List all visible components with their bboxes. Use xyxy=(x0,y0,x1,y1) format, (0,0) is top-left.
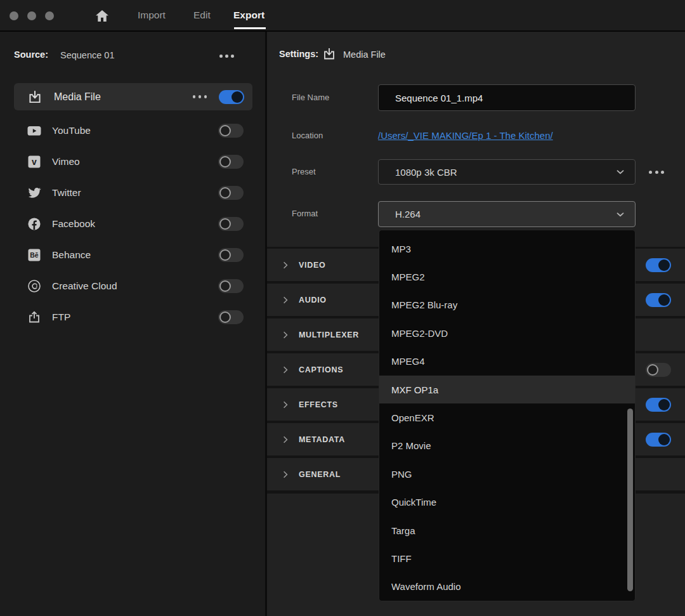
creative-cloud-toggle[interactable] xyxy=(218,279,244,293)
format-option[interactable]: OpenEXR xyxy=(379,403,635,431)
format-option[interactable]: MPEG2-DVD xyxy=(379,319,635,347)
window-minimize-button[interactable] xyxy=(27,11,36,20)
format-option[interactable]: MPEG2 xyxy=(379,263,635,291)
format-option[interactable]: PNG xyxy=(379,460,635,488)
youtube-icon xyxy=(27,123,42,138)
twitter-toggle[interactable] xyxy=(218,186,244,200)
format-option[interactable]: MXF OP1a xyxy=(379,376,635,403)
destination-vimeo[interactable]: v Vimeo xyxy=(0,146,265,177)
vimeo-icon: v xyxy=(27,154,42,169)
format-option[interactable]: QuickTime xyxy=(379,488,635,516)
download-icon xyxy=(27,89,43,105)
behance-toggle[interactable] xyxy=(218,248,244,262)
destination-youtube[interactable]: YouTube xyxy=(0,115,265,146)
section-label: EFFECTS xyxy=(299,400,338,409)
location-link[interactable]: /Users/_VIE MAKING/Ep 1 - The Kitchen/ xyxy=(378,130,553,141)
preset-label: Preset xyxy=(292,167,316,176)
settings-destination-name: Media File xyxy=(343,49,386,60)
svg-text:v: v xyxy=(32,157,37,167)
captions-toggle[interactable] xyxy=(646,363,671,377)
section-label: AUDIO xyxy=(299,296,327,305)
destination-label: Facebook xyxy=(52,218,95,230)
preset-select[interactable]: 1080p 3k CBR xyxy=(378,159,636,185)
effects-toggle[interactable] xyxy=(646,398,671,412)
section-label: MULTIPLEXER xyxy=(299,331,359,339)
destination-media-file[interactable]: Media File xyxy=(14,83,252,110)
section-label: GENERAL xyxy=(299,470,341,479)
tab-export[interactable]: Export xyxy=(233,10,264,21)
destination-label: Vimeo xyxy=(52,156,80,167)
chevron-right-icon xyxy=(280,400,290,410)
home-icon[interactable] xyxy=(94,8,110,24)
format-option[interactable]: TIFF xyxy=(379,544,635,572)
destination-behance[interactable]: Bē Behance xyxy=(0,239,265,270)
ftp-toggle[interactable] xyxy=(218,310,244,324)
file-name-value: Sequence 01_1.mp4 xyxy=(395,93,483,103)
format-option[interactable]: MP3 xyxy=(379,235,635,263)
section-label: CAPTIONS xyxy=(299,365,343,374)
metadata-toggle[interactable] xyxy=(646,433,671,447)
active-tab-underline xyxy=(234,27,266,29)
tab-import[interactable]: Import xyxy=(138,10,166,21)
format-value: H.264 xyxy=(395,209,421,220)
format-dropdown-menu: MP3 MPEG2 MPEG2 Blu-ray MPEG2-DVD MPEG4 … xyxy=(379,230,636,601)
source-sidebar: Source: Sequence 01 Media File xyxy=(0,32,265,616)
facebook-toggle[interactable] xyxy=(218,217,244,231)
preset-more-icon[interactable] xyxy=(649,171,664,174)
chevron-right-icon xyxy=(280,330,290,340)
source-label: Source: xyxy=(14,49,48,60)
destination-label: Creative Cloud xyxy=(52,280,117,292)
destination-facebook[interactable]: Facebook xyxy=(0,208,265,239)
format-option[interactable]: Targa xyxy=(379,516,635,544)
chevron-right-icon xyxy=(280,295,290,305)
destination-creative-cloud[interactable]: Creative Cloud xyxy=(0,270,265,301)
section-label: VIDEO xyxy=(299,261,325,270)
creative-cloud-icon xyxy=(27,279,42,294)
window-zoom-button[interactable] xyxy=(45,11,54,20)
facebook-icon xyxy=(27,216,42,232)
destination-label: Behance xyxy=(52,249,91,261)
source-more-icon[interactable] xyxy=(219,55,234,58)
chevron-right-icon xyxy=(280,365,290,375)
download-icon xyxy=(322,46,337,62)
location-label: Location xyxy=(292,131,323,140)
file-name-input[interactable]: Sequence 01_1.mp4 xyxy=(378,84,636,111)
destination-label: YouTube xyxy=(52,125,91,136)
format-option[interactable]: MPEG4 xyxy=(379,348,635,376)
format-option[interactable]: MPEG2 Blu-ray xyxy=(379,291,635,319)
format-select[interactable]: H.264 xyxy=(378,201,636,227)
destination-label: FTP xyxy=(52,311,70,323)
format-label: Format xyxy=(292,209,318,218)
chevron-right-icon xyxy=(280,469,290,480)
destination-twitter[interactable]: Twitter xyxy=(0,177,265,208)
chevron-right-icon xyxy=(280,260,290,270)
svg-text:Bē: Bē xyxy=(30,251,39,259)
format-option[interactable]: P2 Movie xyxy=(379,432,635,460)
media-file-more-icon[interactable] xyxy=(193,95,207,98)
chevron-down-icon xyxy=(615,166,626,178)
titlebar: Import Edit Export xyxy=(0,0,685,32)
window-close-button[interactable] xyxy=(10,11,18,20)
twitter-icon xyxy=(27,185,42,200)
chevron-down-icon xyxy=(615,209,626,220)
tab-edit[interactable]: Edit xyxy=(193,10,211,21)
settings-label: Settings: xyxy=(279,49,318,59)
destination-ftp[interactable]: FTP xyxy=(0,301,265,332)
dropdown-scrollbar[interactable] xyxy=(627,409,633,591)
section-label: METADATA xyxy=(299,435,345,444)
premiere-export-window: Import Edit Export Source: Sequence 01 M… xyxy=(0,0,685,616)
behance-icon: Bē xyxy=(27,247,42,263)
vimeo-toggle[interactable] xyxy=(218,155,244,169)
format-option[interactable]: Waveform Audio xyxy=(379,573,635,601)
youtube-toggle[interactable] xyxy=(218,124,244,138)
destination-label: Twitter xyxy=(52,187,81,199)
preset-value: 1080p 3k CBR xyxy=(395,167,457,178)
video-toggle[interactable] xyxy=(646,258,671,272)
chevron-right-icon xyxy=(280,435,290,445)
destination-label: Media File xyxy=(54,91,101,103)
file-name-label: File Name xyxy=(292,93,329,102)
media-file-toggle[interactable] xyxy=(219,90,244,104)
audio-toggle[interactable] xyxy=(646,293,671,307)
source-sequence-name: Sequence 01 xyxy=(60,50,114,60)
upload-icon xyxy=(27,310,42,325)
